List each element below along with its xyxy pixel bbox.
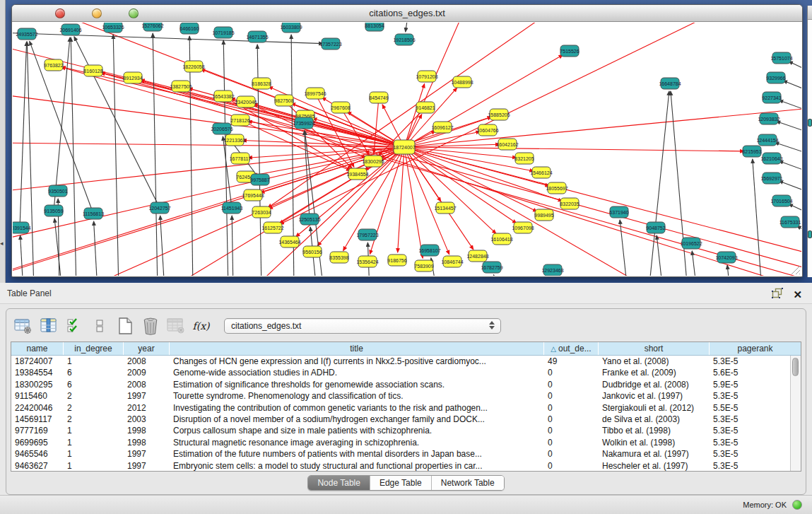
table-row[interactable]: 1830029562008Estimation of significance …	[11, 379, 790, 390]
column-header-name[interactable]: name	[11, 342, 64, 355]
table-cell[interactable]: 19384554	[11, 367, 64, 378]
table-cell[interactable]: 18300295	[11, 379, 64, 390]
graph-node[interactable]: 8186328	[252, 78, 271, 89]
column-header-in_degree[interactable]: in_degree	[64, 342, 124, 355]
table-cell[interactable]: Tibbo et al. (1998)	[599, 425, 710, 436]
graph-node[interactable]: 15356424	[356, 256, 378, 267]
table-cell[interactable]: 1	[64, 460, 124, 471]
graph-edge[interactable]	[71, 37, 76, 276]
graph-node[interactable]: 8160128	[83, 65, 102, 76]
column-header-out_de[interactable]: △out_de...	[544, 342, 599, 355]
table-row[interactable]: 977716911998Corpus callosum shape and si…	[11, 425, 790, 436]
graph-node[interactable]: 9763822	[44, 59, 63, 71]
column-header-title[interactable]: title	[170, 342, 544, 355]
table-cell[interactable]: 1998	[124, 437, 170, 448]
table-cell[interactable]: 5.3E-5	[710, 448, 790, 460]
graph-node[interactable]: 10604766	[476, 124, 498, 136]
table-cell[interactable]: 9115460	[11, 390, 64, 402]
graph-node[interactable]: 2718126	[230, 115, 249, 126]
graph-node[interactable]: 10488998	[451, 76, 473, 88]
table-cell[interactable]: 1997	[124, 448, 170, 460]
graph-node[interactable]: 12093832	[758, 113, 779, 124]
table-cell[interactable]: 5.5E-5	[710, 402, 790, 414]
graph-node[interactable]: 9827508	[274, 95, 293, 106]
graph-edge[interactable]	[779, 100, 801, 115]
graph-node[interactable]: 11156813	[83, 208, 104, 219]
graph-node[interactable]: 15885205	[488, 109, 510, 120]
graph-node[interactable]: 10653326	[102, 23, 124, 33]
table-cell[interactable]: 0	[544, 437, 599, 448]
graph-edge[interactable]	[649, 91, 669, 276]
table-cell[interactable]: Corpus callosum shape and size in male p…	[170, 425, 544, 436]
float-panel-icon[interactable]	[772, 288, 783, 301]
graph-edge[interactable]	[494, 275, 498, 276]
graph-node[interactable]: 16096127	[431, 122, 453, 133]
graph-node[interactable]: 12444154	[756, 134, 778, 146]
row-options-button[interactable]	[90, 317, 109, 336]
table-row[interactable]: 1456911722003Disruption of a novel membe…	[11, 414, 790, 425]
graph-node[interactable]: 9048752	[646, 222, 665, 233]
table-row[interactable]: 946362711997Embryonic stem cells: a mode…	[11, 460, 790, 471]
graph-node[interactable]: 10742093	[715, 252, 737, 263]
table-cell[interactable]: 5.3E-5	[710, 460, 790, 471]
graph-node[interactable]: 14365464	[278, 236, 300, 247]
close-panel-icon[interactable]: ✕	[793, 289, 802, 300]
show-columns-button[interactable]	[39, 317, 58, 336]
graph-node[interactable]: 10791208	[416, 71, 437, 82]
table-cell[interactable]: 2009	[124, 367, 170, 378]
graph-node[interactable]: 14671355	[246, 31, 268, 42]
graph-edge[interactable]	[153, 33, 158, 276]
graph-node[interactable]: 11451943	[221, 202, 243, 214]
table-cell[interactable]: 0	[544, 367, 599, 378]
graph-edge[interactable]	[783, 81, 801, 95]
table-cell[interactable]: 18724007	[11, 356, 64, 367]
graph-node[interactable]: 8355398	[329, 252, 348, 263]
table-cell[interactable]: 1	[64, 356, 124, 367]
graph-node[interactable]: 20206576	[211, 123, 233, 134]
table-cell[interactable]: Estimation of significance thresholds fo…	[170, 379, 544, 390]
table-cell[interactable]: 5.3E-5	[710, 425, 790, 436]
graph-node[interactable]: 10196522	[680, 238, 702, 249]
column-header-pagerank[interactable]: pagerank	[710, 342, 801, 355]
graph-node[interactable]: 9146821	[416, 102, 435, 113]
scrollbar-thumb[interactable]	[792, 358, 799, 376]
delete-table-button[interactable]	[141, 317, 160, 336]
graph-node[interactable]: 15276062	[141, 23, 163, 31]
memory-status-indicator[interactable]	[792, 500, 802, 510]
table-cell[interactable]: 9699695	[11, 437, 64, 448]
graph-edge[interactable]	[13, 147, 404, 242]
minimize-window-button[interactable]	[92, 8, 102, 18]
graph-node[interactable]: 18997546	[304, 88, 326, 99]
graph-node[interactable]: 9350501	[48, 185, 67, 197]
graph-node[interactable]: 12482848	[466, 250, 488, 262]
table-cell[interactable]: Investigating the contribution of common…	[170, 402, 544, 414]
table-cell[interactable]: 2008	[124, 356, 170, 367]
graph-node[interactable]: 15466124	[530, 167, 552, 178]
graph-node[interactable]: 9560156	[302, 246, 322, 257]
network-canvas[interactable]: 1872400718300295193845549763822816012889…	[13, 23, 801, 276]
table-cell[interactable]: Hescheler et al. (1997)	[599, 460, 710, 471]
graph-node[interactable]: 16033809	[280, 23, 302, 33]
graph-node[interactable]: 7263034	[252, 206, 271, 218]
table-cell[interactable]: 2008	[124, 379, 170, 390]
table-cell[interactable]: 1997	[124, 460, 170, 471]
graph-node[interactable]: 11675331	[779, 216, 801, 228]
graph-node[interactable]: 20691406	[59, 24, 81, 35]
tab-edge-table[interactable]: Edge Table	[370, 476, 431, 490]
graph-node[interactable]: 18226058	[182, 61, 204, 72]
graph-edge[interactable]	[657, 235, 663, 276]
graph-node[interactable]: 8321205	[514, 153, 534, 164]
table-row[interactable]: 969969511998Structural magnetic resonanc…	[11, 437, 790, 448]
graph-edge[interactable]	[779, 181, 801, 196]
table-cell[interactable]: 49	[544, 356, 599, 367]
table-cell[interactable]: 5.3E-5	[710, 414, 790, 425]
tab-node-table[interactable]: Node Table	[308, 476, 370, 490]
table-row[interactable]: 1872400712008Changes of HCN gene express…	[11, 356, 790, 367]
graph-edge[interactable]	[797, 226, 801, 238]
graph-node[interactable]: 15134457	[434, 202, 456, 214]
table-cell[interactable]: 6	[64, 379, 124, 390]
table-cell[interactable]: 9463627	[11, 460, 64, 471]
table-cell[interactable]: Structural magnetic resonance image aver…	[170, 437, 544, 448]
graph-edge[interactable]	[27, 42, 34, 276]
graph-node[interactable]: 16958107	[418, 245, 440, 256]
